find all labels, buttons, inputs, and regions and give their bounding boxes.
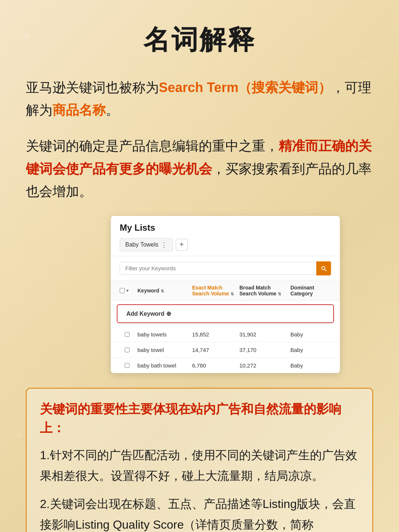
add-keyword-button[interactable]: Add Keyword ⊕ [126,311,171,317]
row-2-exact-match: 14,747 [192,347,236,353]
row-1-broad-match: 31,902 [239,331,287,338]
keywords-table-body: baby towels 15,852 31,902 Baby baby towe… [111,327,340,373]
row-3-broad-match: 10,272 [239,362,287,369]
bottom-info-box: 关键词的重要性主要体现在站内广告和自然流量的影响上： 1.针对不同的广告匹配活动… [26,388,373,532]
select-all-checkbox[interactable]: ▾ [120,288,134,293]
bottom-box-point2: 2.关键词会出现在标题、五点、产品描述等Listing版块，会直接影响Listi… [40,494,359,532]
para1-text1: 亚马逊关键词也被称为 [26,80,159,95]
paragraph-1: 亚马逊关键词也被称为Search Term（搜索关键词），可理解为商品名称。 [26,76,373,121]
row-3-checkbox[interactable] [120,363,134,368]
bottom-box-point1: 1.针对不同的广告匹配活动，使用不同的关键词产生的广告效果相差很大。设置得不好，… [40,445,359,486]
exact-sort-icon: ⇅ [231,292,234,296]
exact-match-col-header[interactable]: Exact Match Search Volume ⇅ [192,285,236,297]
table-row: baby towel 14,747 37,170 Baby [111,342,340,358]
table-row: baby towels 15,852 31,902 Baby [111,327,340,342]
tab-menu-dots[interactable]: ⋮ [161,241,167,249]
row-3-dominant: Baby [290,362,331,369]
bottom-box-title: 关键词的重要性主要体现在站内广告和自然流量的影响上： [40,400,359,437]
search-icon [320,265,327,272]
para1-text3: 。 [106,102,119,118]
row-2-keyword: baby towel [137,347,189,353]
para1-highlight-product-name: 商品名称 [52,102,106,118]
table-row: baby bath towel 6,780 10,272 Baby [111,358,340,373]
row-1-exact-match: 15,852 [192,331,236,338]
baby-towels-tab[interactable]: Baby Towels ⋮ [120,238,173,251]
row-3-keyword: baby bath towel [137,362,189,369]
row-1-dominant: Baby [290,331,331,338]
row-2-broad-match: 37,170 [239,347,287,353]
checkbox-all[interactable] [120,288,125,293]
paragraph-2: 关键词的确定是产品信息编辑的重中之重，精准而正确的关键词会使产品有更多的曝光机会… [26,135,373,203]
dominant-col-header: Dominant Category [290,285,331,297]
row-3-exact-match: 6,780 [192,362,236,369]
my-lists-panel: My Lists Baby Towels ⋮ + ▾ [111,216,340,373]
panel-title: My Lists [120,223,331,233]
keyword-col-header[interactable]: Keyword ⇅ [137,288,189,294]
para2-text1: 关键词的确定是产品信息编辑的重中之重， [26,138,279,153]
filter-keywords-input[interactable] [120,262,316,275]
dropdown-arrow[interactable]: ▾ [126,288,129,293]
tab-row: Baby Towels ⋮ + [120,238,331,251]
tab-label: Baby Towels [125,241,158,248]
add-keyword-row: Add Keyword ⊕ [117,304,334,323]
para1-highlight-search-term: Search Term（搜索关键词） [159,80,331,95]
add-tab-button[interactable]: + [176,239,188,251]
filter-search-button[interactable] [316,261,331,275]
row-1-keyword: baby towels [137,331,189,338]
row-2-checkbox[interactable] [120,348,134,352]
broad-match-col-header[interactable]: Broad Match Search Volume ⇅ [239,285,287,297]
filter-row [111,256,340,281]
panel-header: My Lists Baby Towels ⋮ + [111,216,340,256]
keyword-sort-icon: ⇅ [161,289,164,293]
row-1-checkbox[interactable] [120,332,134,337]
page-title: 名词解释 [26,22,373,58]
table-header: ▾ Keyword ⇅ Exact Match Search Volume ⇅ … [111,281,340,301]
row-2-dominant: Baby [290,347,331,353]
broad-sort-icon: ⇅ [278,292,281,296]
